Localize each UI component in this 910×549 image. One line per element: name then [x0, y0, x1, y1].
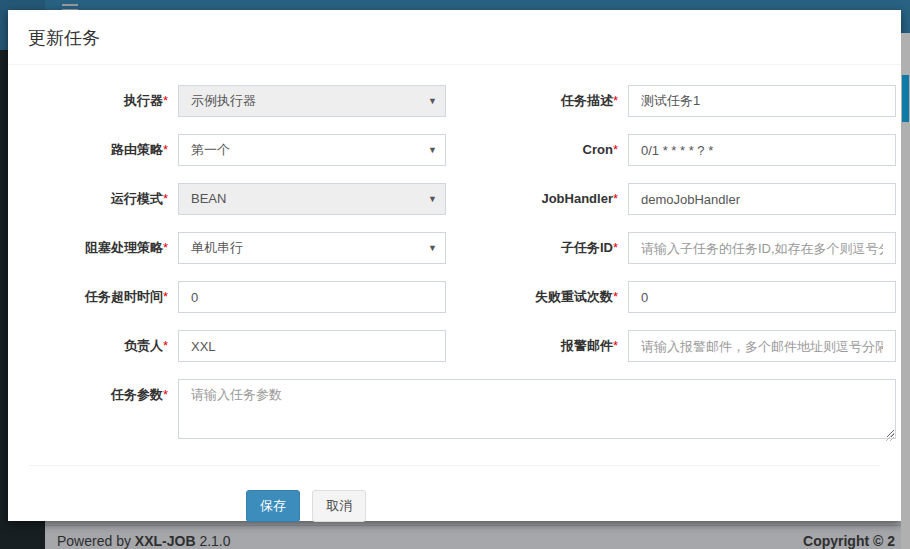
jobhandler-label: JobHandler* — [446, 183, 618, 215]
required-asterisk: * — [163, 240, 168, 255]
required-asterisk: * — [163, 387, 168, 402]
job-param-textarea[interactable] — [178, 379, 896, 439]
executor-select[interactable]: 示例执行器 ▼ — [178, 85, 446, 117]
form-row: 阻塞处理策略* 单机串行 ▼ 子任务ID* — [28, 232, 901, 264]
cron-input[interactable] — [628, 134, 896, 166]
form-row: 路由策略* 第一个 ▼ Cron* — [28, 134, 901, 166]
job-desc-label: 任务描述* — [446, 85, 618, 117]
required-asterisk: * — [163, 289, 168, 304]
retry-count-input[interactable] — [628, 281, 896, 313]
cron-label: Cron* — [446, 134, 618, 166]
form-row: 任务参数* — [28, 379, 901, 443]
owner-label: 负责人* — [28, 330, 168, 362]
vertical-scrollbar[interactable] — [901, 33, 910, 549]
job-desc-input[interactable] — [628, 85, 896, 117]
required-asterisk: * — [613, 289, 618, 304]
required-asterisk: * — [163, 191, 168, 206]
glue-type-label: 运行模式* — [28, 183, 168, 215]
executor-label: 执行器* — [28, 85, 168, 117]
alarm-email-label: 报警邮件* — [446, 330, 618, 362]
form-row: 任务超时时间* 失败重试次数* — [28, 281, 901, 313]
required-asterisk: * — [163, 142, 168, 157]
modal-title: 更新任务 — [28, 26, 881, 50]
required-asterisk: * — [613, 338, 618, 353]
chevron-down-icon: ▼ — [428, 85, 437, 117]
cancel-button[interactable]: 取消 — [312, 490, 366, 522]
route-strategy-select[interactable]: 第一个 ▼ — [178, 134, 446, 166]
form-row: 执行器* 示例执行器 ▼ 任务描述* — [28, 85, 901, 117]
form-row: 运行模式* BEAN ▼ JobHandler* — [28, 183, 901, 215]
required-asterisk: * — [613, 240, 618, 255]
timeout-label: 任务超时时间* — [28, 281, 168, 313]
alarm-email-input[interactable] — [628, 330, 896, 362]
job-param-label: 任务参数* — [28, 379, 168, 443]
chevron-down-icon: ▼ — [428, 183, 437, 215]
modal-header: 更新任务 — [8, 10, 901, 65]
modal-footer: 保存 取消 — [8, 466, 901, 522]
modal-body: 执行器* 示例执行器 ▼ 任务描述* 路由策略* 第一个 ▼ Cron* — [8, 65, 901, 443]
scrollbar-thumb[interactable] — [902, 75, 909, 122]
update-job-modal: 更新任务 执行器* 示例执行器 ▼ 任务描述* 路由策略* 第一个 ▼ — [8, 10, 901, 521]
block-strategy-select[interactable]: 单机串行 ▼ — [178, 232, 446, 264]
required-asterisk: * — [613, 142, 618, 157]
chevron-down-icon: ▼ — [428, 134, 437, 166]
jobhandler-input[interactable] — [628, 183, 896, 215]
block-strategy-label: 阻塞处理策略* — [28, 232, 168, 264]
required-asterisk: * — [613, 191, 618, 206]
glue-type-select[interactable]: BEAN ▼ — [178, 183, 446, 215]
required-asterisk: * — [163, 93, 168, 108]
owner-input[interactable] — [178, 330, 446, 362]
save-button[interactable]: 保存 — [246, 490, 300, 522]
retry-count-label: 失败重试次数* — [446, 281, 618, 313]
timeout-input[interactable] — [178, 281, 446, 313]
chevron-down-icon: ▼ — [428, 232, 437, 264]
required-asterisk: * — [613, 93, 618, 108]
form-row: 负责人* 报警邮件* — [28, 330, 901, 362]
route-strategy-label: 路由策略* — [28, 134, 168, 166]
child-jobid-label: 子任务ID* — [446, 232, 618, 264]
child-jobid-input[interactable] — [628, 232, 896, 264]
required-asterisk: * — [163, 338, 168, 353]
